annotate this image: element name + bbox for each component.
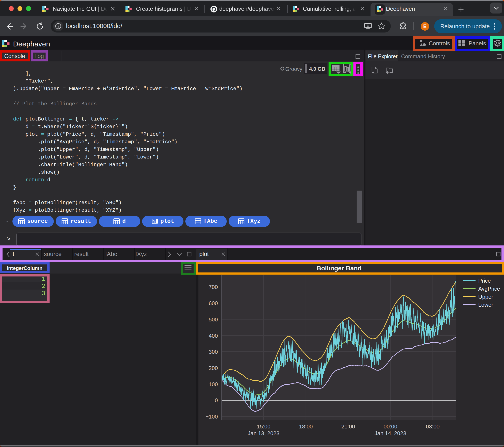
svg-text:300: 300: [209, 349, 218, 355]
svg-text:18:00: 18:00: [299, 423, 313, 430]
svg-text:0: 0: [215, 397, 218, 404]
svg-text:03:00: 03:00: [426, 423, 439, 430]
svg-text:400: 400: [209, 333, 218, 339]
svg-text:00:00: 00:00: [384, 423, 397, 430]
svg-text:−100: −100: [205, 413, 218, 420]
svg-text:Upper: Upper: [478, 293, 493, 300]
svg-text:Jan 14, 2023: Jan 14, 2023: [375, 430, 406, 436]
svg-text:Price: Price: [478, 277, 491, 284]
svg-text:AvgPrice: AvgPrice: [478, 286, 500, 292]
svg-text:500: 500: [209, 316, 218, 323]
svg-text:100: 100: [209, 381, 218, 388]
svg-text:Lower: Lower: [478, 302, 493, 308]
svg-text:21:00: 21:00: [341, 423, 355, 430]
svg-text:700: 700: [209, 284, 218, 290]
svg-text:600: 600: [209, 300, 218, 307]
svg-text:200: 200: [209, 365, 218, 371]
svg-text:Jan 13, 2023: Jan 13, 2023: [248, 430, 279, 436]
svg-text:15:00: 15:00: [257, 423, 270, 430]
